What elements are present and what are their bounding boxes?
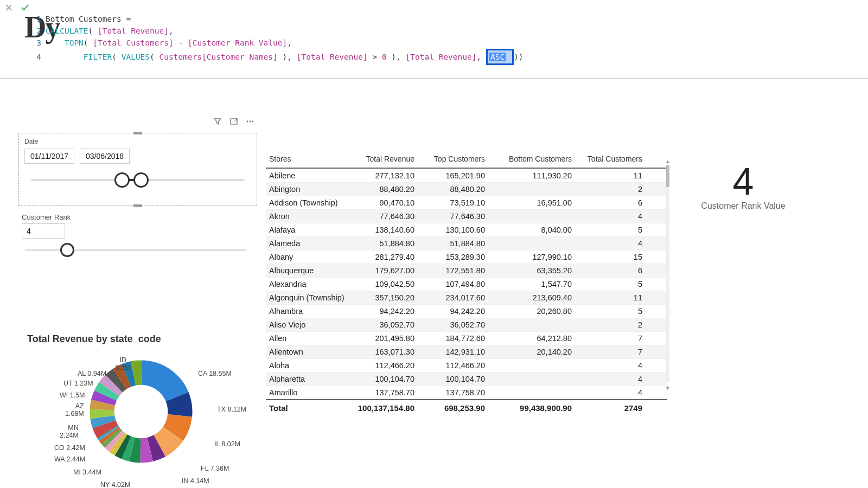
table-row[interactable]: Albany281,279.40153,289.30127,990.1015 [266,250,667,264]
label-wa: WA 2.44M [54,455,85,463]
ref-customer-names: Customers[Customer Names] [159,53,278,61]
commit-formula-icon[interactable] [20,2,30,13]
table-row[interactable]: Algonquin (Township)357,150.20234,017.60… [266,291,667,304]
label-ca: CA 18.55M [198,370,232,377]
rank-range-track[interactable] [25,249,246,251]
label-ut: UT 1.23M [63,380,93,387]
cancel-formula-icon[interactable] [3,2,14,13]
svg-point-3 [252,121,254,123]
date-to-input[interactable]: 03/06/2018 [80,149,130,164]
more-options-icon[interactable] [246,117,254,127]
date-range-thumb-end[interactable] [133,172,149,188]
table-row[interactable]: Amarillo137,758.70137,758.704 [266,386,667,399]
table-row[interactable]: Alpharetta100,104.70100,104.704 [266,372,667,386]
ref-total-revenue-3: [Total Revenue] [406,53,477,61]
col-top[interactable]: Top Customers [418,153,488,164]
resize-handle-top[interactable] [133,132,142,134]
svg-point-1 [247,121,248,123]
table-header: Stores Total Revenue Top Customers Botto… [266,153,667,169]
label-mi: MI 3.44M [73,468,101,476]
label-ny: NY 4.02M [100,481,130,488]
scroll-up-icon[interactable]: ▴ [664,158,672,165]
table-total-row: Total 100,137,154.80 698,253.90 99,438,9… [266,399,667,414]
rank-range-thumb[interactable] [60,243,74,257]
table-row[interactable]: Alhambra94,242.2094,242.2020,260.805 [266,304,667,318]
label-il: IL 8.02M [214,440,240,448]
label-az: AZ1.68M [65,402,84,418]
focus-mode-icon[interactable] [229,117,238,127]
col-bottom[interactable]: Bottom Customers [488,153,575,164]
resize-handle-bottom[interactable] [133,204,142,207]
table-row[interactable]: Alameda51,884.8051,884.804 [266,236,667,250]
svg-point-2 [250,121,251,123]
label-co: CO 2.42M [54,444,85,452]
formula-bar: 1Bottom Customers = 2CALCULATE( [Total R… [0,0,868,79]
table-row[interactable]: Akron77,646.3077,646.304 [266,209,667,223]
filter-icon[interactable] [213,117,222,127]
label-al: AL 0.94M [78,370,106,377]
label-fl: FL 7.36M [201,465,229,472]
label-tx: TX 8.12M [217,406,246,413]
customer-rank-card[interactable]: 4 Customer Rank Value [684,160,803,211]
asc-highlight: ASC [486,49,514,65]
formula-editor[interactable]: 1Bottom Customers = 2CALCULATE( [Total R… [34,0,523,78]
donut-chart-visual[interactable]: Total Revenue by state_code [27,333,255,488]
ref-customer-rank-value: [Customer Rank Value] [188,38,287,47]
date-range-thumb-start[interactable] [114,172,130,188]
ref-total-revenue: [Total Revenue] [98,27,169,35]
table-row[interactable]: Abilene277,132.10165,201.90111,930.2011 [266,169,667,182]
col-stores[interactable]: Stores [266,153,353,164]
label-wi: WI 1.5M [60,391,85,399]
col-revenue[interactable]: Total Revenue [353,153,418,164]
stores-table-visual[interactable]: Stores Total Revenue Top Customers Botto… [266,153,667,414]
kw-asc: ASC [489,53,506,61]
table-row[interactable]: Aloha112,466.20112,466.204 [266,358,667,372]
date-range-track[interactable] [31,179,245,181]
kw-calculate: CALCULATE [46,27,88,35]
table-body: Abilene277,132.10165,201.90111,930.2011A… [266,169,667,399]
card-caption: Customer Rank Value [684,201,803,211]
rank-value-input[interactable]: 4 [22,223,65,239]
scroll-down-icon[interactable]: ▾ [664,384,672,392]
date-slicer-visual[interactable]: Date 01/11/2017 03/06/2018 [18,133,257,206]
label-in: IN 4.14M [182,477,209,485]
kw-topn: TOPN [65,38,84,47]
label-mn: MN2.24M [60,424,79,439]
table-row[interactable]: Allentown163,071.30142,931.1020,140.207 [266,345,667,358]
table-row[interactable]: Alafaya138,140.60130,100.608,040.005 [266,223,667,236]
svg-point-5 [119,389,163,433]
label-id: ID0.5M [116,356,131,371]
table-row[interactable]: Abington88,480.2088,480.202 [266,182,667,196]
table-row[interactable]: Aliso Viejo36,052.7036,052.702 [266,318,667,331]
table-scrollbar[interactable]: ▴ ▾ [664,158,672,396]
customer-rank-slicer[interactable]: Customer Rank 4 [22,213,250,251]
kw-filter: FILTER [84,53,112,61]
scroll-thumb[interactable] [666,165,669,187]
ref-total-customers: [Total Customers] [93,38,173,47]
table-row[interactable]: Albuquerque179,627.00172,551.8063,355.20… [266,264,667,277]
table-row[interactable]: Alexandria109,042.50107,494.801,547.705 [266,277,667,291]
ref-total-revenue-2: [Total Revenue] [297,53,368,61]
donut-title: Total Revenue by state_code [27,333,255,345]
col-total[interactable]: Total Customers [575,153,646,164]
formula-line1: Bottom Customers = [46,15,131,23]
date-from-input[interactable]: 01/11/2017 [24,149,74,164]
kw-values: VALUES [122,53,150,61]
table-row[interactable]: Addison (Township)90,470.1073,519.1016,9… [266,196,667,209]
table-row[interactable]: Allen201,495.80184,772.6064,212.807 [266,331,667,345]
date-slicer-title: Date [24,138,251,145]
card-value: 4 [684,160,803,203]
rank-slicer-title: Customer Rank [22,213,250,221]
